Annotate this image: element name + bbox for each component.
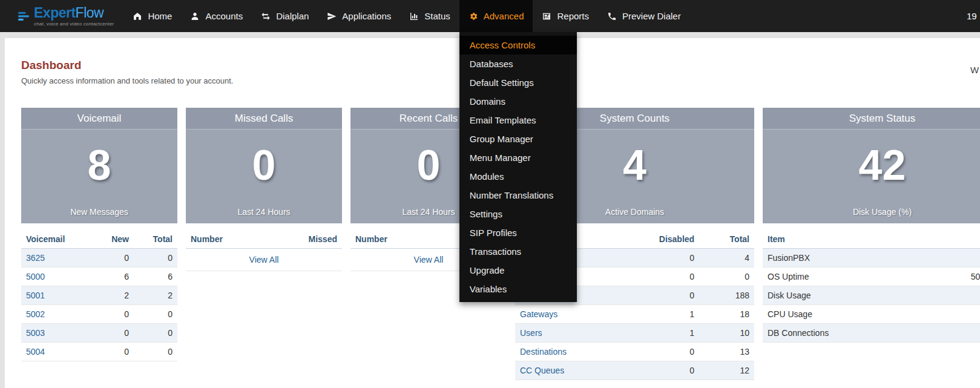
cell-total: 0 xyxy=(134,305,177,324)
menu-item-number-translations[interactable]: Number Translations xyxy=(459,186,577,205)
menu-item-upgrade[interactable]: Upgrade xyxy=(459,261,577,280)
card-value: 8 xyxy=(88,144,111,186)
menu-item-email-templates[interactable]: Email Templates xyxy=(459,111,577,130)
count-item-link[interactable]: Gateways xyxy=(520,309,557,319)
cell-new: 0 xyxy=(93,343,134,361)
cell-disabled: 0 xyxy=(646,361,699,380)
card-caption: Active Domains xyxy=(605,207,664,223)
nav-item-label: Accounts xyxy=(205,11,243,21)
menu-item-modules[interactable]: Modules xyxy=(459,167,577,186)
status-value xyxy=(966,324,980,343)
brand-text: ExpertFlow chat, voice and video contact… xyxy=(34,6,114,27)
count-item-link[interactable]: CC Queues xyxy=(520,366,564,375)
cell-total: 13 xyxy=(699,343,754,361)
cell-disabled: 0 xyxy=(646,286,699,305)
card-hero: 0 Last 24 Hours xyxy=(186,130,342,223)
voicemail-link[interactable]: 5001 xyxy=(26,291,45,300)
table-row: DB Connections xyxy=(763,324,980,343)
nav-item-label: Advanced xyxy=(484,11,524,21)
nav-item-applications[interactable]: Applications xyxy=(318,0,400,32)
menu-item-access-controls[interactable]: Access Controls xyxy=(459,36,577,54)
card-voicemail: Voicemail 8 New Messages Voicemail New T… xyxy=(21,108,177,361)
card-value: 0 xyxy=(252,144,276,186)
table-row: Gateways 1 18 xyxy=(515,305,754,324)
cell-new: 6 xyxy=(93,268,134,286)
report-icon xyxy=(542,12,551,21)
menu-item-domains[interactable]: Domains xyxy=(459,92,577,111)
table-header-row: Number Missed xyxy=(186,229,342,249)
column-header: Item xyxy=(763,229,966,249)
column-header: Voicemail xyxy=(21,229,93,249)
status-item: FusionPBX xyxy=(763,249,966,268)
system-status-table: Item FusionPBX OS Uptime 50 Disk Usage xyxy=(763,229,980,343)
nav-item-home[interactable]: Home xyxy=(123,0,181,32)
person-icon xyxy=(190,12,200,21)
home-icon xyxy=(133,12,142,21)
card-missed-calls: Missed Calls 0 Last 24 Hours Number Miss… xyxy=(186,108,342,271)
cell-disabled: 0 xyxy=(646,268,699,286)
exchange-arrows-icon xyxy=(261,12,271,21)
nav-item-label: Reports xyxy=(557,11,589,21)
cell-total: 0 xyxy=(134,324,177,343)
cell-new: 0 xyxy=(93,324,134,343)
menu-item-menu-manager[interactable]: Menu Manager xyxy=(459,148,577,167)
voicemail-link[interactable]: 5003 xyxy=(26,328,45,338)
card-caption: Last 24 Hours xyxy=(237,207,290,223)
card-title: System Status xyxy=(763,108,980,130)
card-value: 0 xyxy=(417,144,441,186)
table-row: FusionPBX xyxy=(763,249,980,268)
table-row: CC Queues 0 12 xyxy=(515,361,754,380)
gear-icon xyxy=(469,12,478,21)
card-value: 42 xyxy=(859,144,906,186)
cell-total: 6 xyxy=(134,268,177,286)
status-value: 50 xyxy=(966,268,980,286)
nav-item-status[interactable]: Status xyxy=(400,0,459,32)
column-header: Total xyxy=(134,229,177,249)
table-row: 5002 0 0 xyxy=(21,305,177,324)
phone-icon xyxy=(607,12,617,21)
menu-item-databases[interactable]: Databases xyxy=(459,54,577,73)
brand-logo[interactable]: ExpertFlow chat, voice and video contact… xyxy=(17,6,114,27)
nav-item-dialplan[interactable]: Dialplan xyxy=(252,0,318,32)
voicemail-link[interactable]: 5002 xyxy=(26,309,45,319)
table-row: Disk Usage xyxy=(763,286,980,305)
voicemail-link[interactable]: 3625 xyxy=(26,253,45,263)
brand-name-primary: Expert xyxy=(34,5,76,21)
brand-name-secondary: Flow xyxy=(76,5,104,21)
status-value xyxy=(966,305,980,324)
menu-item-settings[interactable]: Settings xyxy=(459,205,577,223)
menu-item-variables[interactable]: Variables xyxy=(459,280,577,298)
table-row: OS Uptime 50 xyxy=(763,268,980,286)
column-header xyxy=(966,229,980,249)
cell-total: 0 xyxy=(134,249,177,268)
card-hero: 8 New Messages xyxy=(21,130,177,223)
menu-item-transactions[interactable]: Transactions xyxy=(459,242,577,261)
nav-item-reports[interactable]: Reports xyxy=(533,0,598,32)
cell-new: 2 xyxy=(93,286,134,305)
view-all-link[interactable]: View All xyxy=(249,255,279,265)
status-item: DB Connections xyxy=(763,324,966,343)
cell-total: 4 xyxy=(699,249,754,268)
nav-item-label: Dialplan xyxy=(276,11,309,21)
column-header: Number xyxy=(350,229,456,249)
status-item: OS Uptime xyxy=(763,268,966,286)
nav-item-accounts[interactable]: Accounts xyxy=(181,0,252,32)
menu-item-group-manager[interactable]: Group Manager xyxy=(459,130,577,148)
brand-mark-icon xyxy=(17,10,30,23)
nav-item-advanced[interactable]: Advanced Access Controls Databases Defau… xyxy=(459,0,533,32)
greeting-text: W xyxy=(970,65,979,75)
cell-total: 0 xyxy=(699,268,754,286)
cell-total: 12 xyxy=(699,361,754,380)
nav-item-label: Preview Dialer xyxy=(622,11,681,21)
table-row: 3625 0 0 xyxy=(21,249,177,268)
count-item-link[interactable]: Users xyxy=(520,328,542,338)
card-caption: Last 24 Hours xyxy=(402,207,455,223)
count-item-link[interactable]: Destinations xyxy=(520,347,567,357)
view-all-link[interactable]: View All xyxy=(414,255,444,265)
menu-item-sip-profiles[interactable]: SIP Profiles xyxy=(459,223,577,242)
voicemail-link[interactable]: 5000 xyxy=(26,272,45,281)
menu-item-default-settings[interactable]: Default Settings xyxy=(459,73,577,92)
bar-chart-icon xyxy=(409,12,419,21)
voicemail-link[interactable]: 5004 xyxy=(26,347,45,357)
nav-item-preview-dialer[interactable]: Preview Dialer xyxy=(598,0,690,32)
